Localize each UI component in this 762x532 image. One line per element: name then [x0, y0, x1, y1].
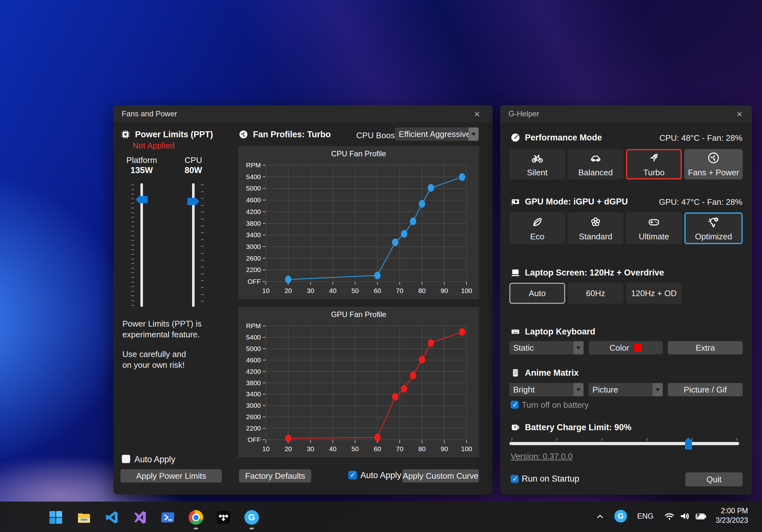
- chevron-down-icon: [576, 346, 581, 349]
- gpu-chart-title: GPU Fan Profile: [238, 310, 479, 319]
- mode-button-label: 120Hz + OD: [631, 288, 677, 298]
- svg-text:50: 50: [351, 445, 359, 452]
- svg-text:40: 40: [329, 445, 336, 452]
- apply-power-limits-button[interactable]: Apply Power Limits: [120, 469, 222, 483]
- ghelper-close-button[interactable]: [734, 109, 745, 119]
- chrome-button[interactable]: [189, 510, 203, 525]
- rocket-icon: [647, 151, 660, 165]
- tidal-button[interactable]: [216, 510, 231, 525]
- gpu-fan-chart-panel: GPU Fan Profile OFF220026003000340038004…: [238, 307, 479, 458]
- svg-text:50: 50: [351, 287, 359, 294]
- mode-button-turbo[interactable]: Turbo: [626, 149, 682, 180]
- cpu-chart-title: CPU Fan Profile: [238, 149, 479, 158]
- svg-text:10: 10: [262, 287, 269, 294]
- tray-battery-button[interactable]: [695, 511, 707, 523]
- chrome-icon: [189, 510, 203, 525]
- screen-header: Laptop Screen: 120Hz + Overdrive: [525, 268, 664, 278]
- svg-text:30: 30: [307, 287, 314, 294]
- mode-button-label: Balanced: [578, 168, 613, 178]
- screen-header-row: Laptop Screen: 120Hz + Overdrive: [510, 267, 664, 278]
- tray-volume-button[interactable]: [679, 510, 690, 523]
- power-limits-note-2: Use carefully and on your own risk!: [122, 349, 186, 370]
- tray-date: 3/23/2023: [707, 515, 748, 525]
- mode-button-label: Ultimate: [639, 232, 669, 242]
- anime-mode-value: Picture: [592, 385, 618, 395]
- tray-ghelper-icon[interactable]: G: [614, 510, 627, 522]
- turn-off-on-battery-checkbox[interactable]: [511, 401, 519, 409]
- platform-slider-thumb[interactable]: [136, 196, 148, 203]
- start-button[interactable]: [48, 510, 63, 525]
- anime-picture-gif-button[interactable]: Picture / Gif: [668, 383, 743, 396]
- quit-button[interactable]: Quit: [685, 472, 743, 486]
- file-explorer-button[interactable]: [77, 510, 91, 525]
- fans-window-titlebar[interactable]: Fans and Power: [114, 105, 493, 122]
- svg-text:80: 80: [419, 287, 426, 294]
- svg-text:5400: 5400: [246, 173, 261, 181]
- mode-button-label: 60Hz: [586, 288, 605, 298]
- mode-button-label: Optimized: [695, 232, 732, 242]
- cpu-boost-dropdown-button[interactable]: [469, 127, 479, 141]
- gpu-button-ultimate[interactable]: Ultimate: [626, 212, 682, 244]
- screen-button-60hz[interactable]: 60Hz: [568, 283, 624, 304]
- keyboard-mode-dropdown[interactable]: Static: [509, 341, 583, 354]
- ghelper-running-indicator: [250, 528, 254, 529]
- gpu-button-standard[interactable]: Standard: [568, 212, 624, 244]
- performance-header: Performance Mode: [525, 133, 602, 143]
- svg-text:2200: 2200: [246, 266, 261, 273]
- svg-text:4600: 4600: [246, 196, 261, 203]
- anime-brightness-dropdown[interactable]: Bright: [509, 383, 583, 396]
- version-link[interactable]: Version: 0.37.0.0: [511, 451, 572, 461]
- desktop: Fans and Power Power Limits (PPT) Not Ap…: [0, 0, 762, 532]
- gpu-fan-curve-chart[interactable]: OFF220026003000340038004200460050005400R…: [238, 322, 479, 458]
- terminal-button[interactable]: [161, 510, 176, 525]
- anime-mode-dropdown[interactable]: Picture: [589, 383, 663, 396]
- cpu-boost-dropdown[interactable]: Efficient Aggressive: [395, 127, 479, 141]
- anime-mode-dropdown-button[interactable]: [652, 383, 663, 396]
- gpu-button-eco[interactable]: Eco: [509, 212, 565, 244]
- keyboard-extra-button[interactable]: Extra: [668, 341, 743, 354]
- vscode-button[interactable]: [105, 510, 119, 525]
- svg-text:80: 80: [419, 445, 426, 452]
- fans-window-title: Fans and Power: [122, 105, 177, 122]
- cpu-slider-thumb[interactable]: [187, 198, 199, 205]
- cpu-fan-curve-chart[interactable]: OFF220026003000340038004200460050005400R…: [238, 161, 479, 299]
- svg-text:2600: 2600: [246, 413, 261, 420]
- tray-clock[interactable]: 2:00 PM 3/23/2023: [707, 506, 748, 525]
- svg-text:3000: 3000: [246, 402, 261, 409]
- screen-button-120hz-od[interactable]: 120Hz + OD: [626, 283, 682, 304]
- mode-button-fans-power[interactable]: Fans + Power: [684, 149, 743, 180]
- battery-slider-track[interactable]: [509, 442, 739, 445]
- run-on-startup-label: Run on Startup: [522, 474, 579, 484]
- fan-profiles-header-row: Fan Profiles: Turbo: [238, 129, 331, 139]
- power-auto-apply-checkbox[interactable]: [122, 455, 130, 463]
- platform-slider-ticks: [131, 185, 134, 306]
- color-swatch: [634, 344, 642, 352]
- close-icon: [474, 111, 481, 117]
- keyboard-color-button[interactable]: Color: [589, 341, 663, 354]
- screen-button-auto[interactable]: Auto: [509, 283, 565, 304]
- tray-chevron-button[interactable]: [595, 512, 605, 522]
- keyboard-header-row: Laptop Keyboard: [510, 327, 595, 337]
- svg-text:3800: 3800: [246, 220, 261, 227]
- anime-matrix-icon: [510, 368, 520, 378]
- tray-wifi-button[interactable]: [664, 510, 675, 523]
- visual-studio-button[interactable]: [133, 510, 147, 525]
- mode-button-silent[interactable]: Silent: [509, 149, 565, 180]
- apply-custom-curve-button[interactable]: Apply Custom Curve: [402, 469, 479, 483]
- tray-language[interactable]: ENG: [637, 512, 653, 521]
- curve-auto-apply-checkbox[interactable]: [348, 471, 357, 479]
- gpu-header: GPU Mode: iGPU + dGPU: [525, 197, 628, 207]
- run-on-startup-checkbox[interactable]: [511, 475, 519, 483]
- ghelper-titlebar[interactable]: G-Helper: [500, 105, 752, 122]
- factory-defaults-button[interactable]: Factory Defaults: [239, 469, 311, 483]
- keyboard-mode-dropdown-button[interactable]: [573, 341, 583, 354]
- fans-window-close-button[interactable]: [472, 109, 483, 119]
- chevron-down-icon: [471, 133, 476, 136]
- anime-brightness-dropdown-button[interactable]: [573, 383, 583, 396]
- svg-text:100: 100: [461, 445, 472, 452]
- gpu-button-optimized[interactable]: Optimized: [684, 212, 743, 244]
- anime-brightness-value: Bright: [513, 385, 535, 395]
- mode-button-balanced[interactable]: Balanced: [568, 149, 624, 180]
- mode-button-label: Silent: [527, 168, 547, 178]
- ghelper-taskbar-button[interactable]: G: [244, 510, 259, 525]
